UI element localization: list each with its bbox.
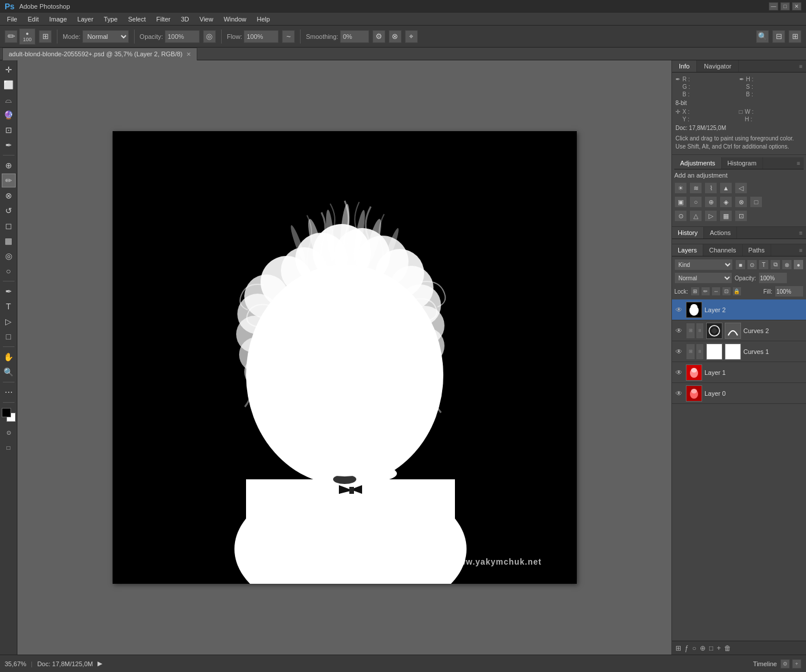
brush-tool[interactable]: ✏ (2, 174, 16, 187)
lock-all-btn[interactable]: ⊡ (722, 287, 731, 296)
shape-tool[interactable]: □ (2, 330, 16, 344)
layer-adjustment-icon[interactable]: ⊕ (700, 644, 706, 652)
menu-file[interactable]: File (2, 15, 22, 24)
tab-layers[interactable]: Layers (672, 244, 703, 256)
blur-tool[interactable]: ◎ (2, 249, 16, 263)
text-tool[interactable]: T (2, 299, 16, 313)
posterize-btn[interactable]: △ (689, 210, 702, 222)
timeline-btn1[interactable]: ⚙ (780, 659, 790, 669)
lock-position-btn[interactable]: ✏ (701, 287, 710, 296)
lock-pixels-btn[interactable]: ⊞ (691, 287, 700, 296)
close-button[interactable]: ✕ (792, 2, 801, 10)
brush-preset-icon[interactable]: ⊞ (39, 30, 52, 43)
eraser-tool[interactable]: ◻ (2, 219, 16, 233)
tab-history[interactable]: History (672, 227, 704, 239)
tab-channels[interactable]: Channels (703, 244, 742, 256)
lasso-tool[interactable]: ⌓ (2, 93, 16, 107)
tab-close-button[interactable]: ✕ (186, 51, 191, 57)
color-swatch[interactable] (2, 408, 16, 422)
color-balance-btn[interactable]: ○ (689, 196, 702, 208)
layer-link-icon[interactable]: ⊞ (675, 644, 681, 652)
maximize-button[interactable]: □ (780, 2, 790, 10)
invert-btn[interactable]: ⊙ (674, 210, 687, 222)
eyedropper-tool[interactable]: ✒ (2, 138, 16, 152)
statusbar-arrow[interactable]: ▶ (97, 660, 102, 667)
tab-paths[interactable]: Paths (743, 244, 771, 256)
view-icon[interactable]: ⊟ (772, 30, 785, 43)
menu-type[interactable]: Type (99, 15, 122, 24)
selective-color-btn[interactable]: ⊡ (735, 210, 747, 222)
layer-filter-pixel-btn[interactable]: ■ (735, 259, 746, 270)
blend-mode-select[interactable]: Normal Multiply (674, 272, 732, 284)
quick-mask-btn[interactable]: ⊙ (2, 425, 16, 439)
screen-mode-btn[interactable]: □ (2, 440, 16, 454)
layer-style-icon[interactable]: ƒ (685, 644, 689, 652)
curves-btn[interactable]: ⌇ (704, 182, 717, 194)
menu-view[interactable]: View (195, 15, 218, 24)
menu-image[interactable]: Image (45, 15, 72, 24)
tab-info[interactable]: Info (672, 60, 697, 72)
layer-item-layer0[interactable]: 👁 Layer 0 (672, 383, 806, 404)
menu-help[interactable]: Help (252, 15, 275, 24)
curves2-visibility-eye[interactable]: 👁 (674, 326, 684, 335)
layer-filter-smart-btn[interactable]: ⊗ (782, 259, 792, 270)
threshold-btn[interactable]: ▷ (704, 210, 717, 222)
info-panel-arrow[interactable]: ≡ (796, 63, 806, 70)
canvas-image[interactable]: www.yakymchuk.net (113, 131, 577, 584)
rectangular-marquee-tool[interactable]: ⬜ (2, 78, 16, 92)
gradient-map-btn[interactable]: ▦ (720, 210, 732, 222)
color-lookup-btn[interactable]: □ (750, 196, 762, 208)
layer-item-layer1[interactable]: 👁 Layer 1 (672, 362, 806, 383)
layer-filter-adjust-btn[interactable]: ⊙ (747, 259, 757, 270)
arrange-icon[interactable]: ⊞ (789, 30, 801, 43)
black-white-btn[interactable]: ⊕ (704, 196, 717, 208)
smoothing-icon[interactable]: ~ (282, 30, 295, 43)
path-selection-tool[interactable]: ▷ (2, 315, 16, 328)
timeline-btn2[interactable]: + (792, 659, 801, 669)
dodge-tool[interactable]: ○ (2, 264, 16, 278)
layer-item-layer2[interactable]: 👁 Layer 2 (672, 299, 806, 320)
layer2-visibility-eye[interactable]: 👁 (674, 305, 684, 315)
layer-delete-icon[interactable]: 🗑 (724, 644, 731, 652)
layer-item-curves1[interactable]: 👁 ⊞ 8 Curves 1 (672, 341, 806, 362)
search-icon[interactable]: 🔍 (756, 30, 769, 43)
layer-filter-shape-btn[interactable]: ⧉ (770, 259, 780, 270)
layer-kind-select[interactable]: Kind (674, 259, 733, 270)
pressure-icon[interactable]: ⌖ (405, 30, 418, 43)
settings-icon[interactable]: ⚙ (373, 30, 385, 43)
brightness-contrast-btn[interactable]: ☀ (674, 182, 687, 194)
zoom-tool[interactable]: 🔍 (2, 365, 16, 379)
channel-mixer-btn[interactable]: ⊗ (735, 196, 747, 208)
tab-histogram[interactable]: Histogram (722, 157, 763, 169)
tab-navigator[interactable]: Navigator (697, 60, 739, 72)
photo-filter-btn[interactable]: ◈ (720, 196, 732, 208)
layer-filter-type-btn[interactable]: T (758, 259, 769, 270)
lock-artboard-btn[interactable]: ↔ (711, 287, 721, 296)
brush-tool-icon[interactable]: ✏ (5, 30, 17, 43)
adjustments-panel-arrow[interactable]: ≡ (793, 160, 804, 167)
document-tab[interactable]: adult-blond-blonde-2055592+.psd @ 35,7% … (2, 48, 197, 60)
levels-btn[interactable]: ≋ (689, 182, 702, 194)
layer-group-icon[interactable]: □ (709, 644, 713, 652)
hue-saturation-btn[interactable]: ▣ (674, 196, 687, 208)
more-tools[interactable]: ⋯ (2, 385, 16, 399)
minimize-button[interactable]: — (769, 2, 778, 10)
layer-item-curves2[interactable]: 👁 ⊞ 8 (672, 320, 806, 341)
crop-tool[interactable]: ⊡ (2, 123, 16, 137)
history-brush-tool[interactable]: ↺ (2, 204, 16, 218)
clone-tool[interactable]: ⊗ (2, 189, 16, 203)
gradient-tool[interactable]: ▦ (2, 234, 16, 248)
lock-smart-btn[interactable]: 🔒 (732, 287, 742, 296)
layer-mask-icon[interactable]: ○ (692, 644, 696, 652)
tab-adjustments[interactable]: Adjustments (674, 157, 722, 169)
vibrance-btn[interactable]: ◁ (735, 182, 747, 194)
symmetry-icon[interactable]: ⊗ (389, 30, 402, 43)
mode-select[interactable]: Normal Multiply Screen (82, 30, 129, 43)
healing-tool[interactable]: ⊕ (2, 158, 16, 172)
layer0-visibility-eye[interactable]: 👁 (674, 389, 684, 398)
layer1-visibility-eye[interactable]: 👁 (674, 368, 684, 377)
layer-new-icon[interactable]: + (717, 644, 721, 652)
layers-panel-arrow[interactable]: ≡ (796, 247, 806, 254)
tab-actions[interactable]: Actions (704, 227, 737, 239)
layer-filter-enable-btn[interactable]: ● (793, 259, 804, 270)
